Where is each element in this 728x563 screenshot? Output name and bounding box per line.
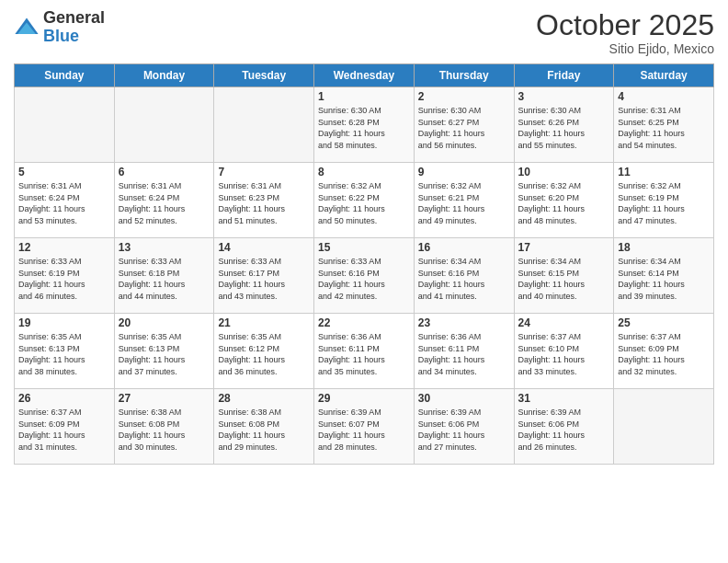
day-number: 7 — [218, 166, 310, 178]
col-thursday: Thursday — [414, 64, 514, 87]
day-info: Sunrise: 6:31 AM Sunset: 6:24 PM Dayligh… — [18, 180, 110, 226]
table-row: 19Sunrise: 6:35 AM Sunset: 6:13 PM Dayli… — [15, 314, 115, 389]
table-row: 3Sunrise: 6:30 AM Sunset: 6:26 PM Daylig… — [514, 87, 614, 163]
day-number: 3 — [518, 90, 610, 103]
day-info: Sunrise: 6:37 AM Sunset: 6:10 PM Dayligh… — [518, 331, 610, 377]
calendar-header-row: Sunday Monday Tuesday Wednesday Thursday… — [15, 64, 714, 87]
table-row: 26Sunrise: 6:37 AM Sunset: 6:09 PM Dayli… — [15, 389, 115, 465]
calendar-week-row: 12Sunrise: 6:33 AM Sunset: 6:19 PM Dayli… — [15, 238, 714, 314]
day-info: Sunrise: 6:33 AM Sunset: 6:16 PM Dayligh… — [318, 256, 410, 302]
day-info: Sunrise: 6:34 AM Sunset: 6:14 PM Dayligh… — [618, 256, 710, 302]
day-info: Sunrise: 6:36 AM Sunset: 6:11 PM Dayligh… — [418, 331, 510, 377]
day-number: 6 — [119, 166, 210, 178]
day-number: 2 — [418, 90, 510, 103]
day-number: 30 — [418, 392, 510, 405]
day-number: 27 — [119, 392, 210, 405]
day-number: 22 — [318, 316, 410, 329]
table-row: 17Sunrise: 6:34 AM Sunset: 6:15 PM Dayli… — [514, 238, 614, 314]
month-title: October 2025 — [536, 9, 714, 41]
col-tuesday: Tuesday — [214, 64, 314, 87]
logo-icon — [14, 15, 40, 40]
day-info: Sunrise: 6:30 AM Sunset: 6:27 PM Dayligh… — [418, 105, 510, 151]
table-row: 7Sunrise: 6:31 AM Sunset: 6:23 PM Daylig… — [214, 163, 314, 238]
day-number: 23 — [418, 316, 510, 329]
table-row: 28Sunrise: 6:38 AM Sunset: 6:08 PM Dayli… — [214, 389, 314, 465]
calendar-table: Sunday Monday Tuesday Wednesday Thursday… — [14, 63, 714, 465]
table-row: 8Sunrise: 6:32 AM Sunset: 6:22 PM Daylig… — [314, 163, 415, 238]
table-row: 30Sunrise: 6:39 AM Sunset: 6:06 PM Dayli… — [414, 389, 514, 465]
table-row — [614, 389, 714, 465]
calendar-week-row: 19Sunrise: 6:35 AM Sunset: 6:13 PM Dayli… — [15, 314, 714, 389]
day-number: 1 — [318, 90, 410, 103]
table-row: 27Sunrise: 6:38 AM Sunset: 6:08 PM Dayli… — [114, 389, 214, 465]
day-number: 24 — [518, 316, 610, 329]
day-info: Sunrise: 6:35 AM Sunset: 6:13 PM Dayligh… — [18, 331, 110, 377]
day-info: Sunrise: 6:33 AM Sunset: 6:17 PM Dayligh… — [218, 256, 310, 302]
col-wednesday: Wednesday — [314, 64, 415, 87]
day-info: Sunrise: 6:34 AM Sunset: 6:15 PM Dayligh… — [518, 256, 610, 302]
table-row: 14Sunrise: 6:33 AM Sunset: 6:17 PM Dayli… — [214, 238, 314, 314]
location-subtitle: Sitio Ejido, Mexico — [536, 41, 714, 56]
day-number: 20 — [119, 316, 210, 329]
col-sunday: Sunday — [15, 64, 115, 87]
table-row: 15Sunrise: 6:33 AM Sunset: 6:16 PM Dayli… — [314, 238, 415, 314]
table-row: 29Sunrise: 6:39 AM Sunset: 6:07 PM Dayli… — [314, 389, 415, 465]
calendar-week-row: 1Sunrise: 6:30 AM Sunset: 6:28 PM Daylig… — [15, 87, 714, 163]
table-row: 25Sunrise: 6:37 AM Sunset: 6:09 PM Dayli… — [614, 314, 714, 389]
day-info: Sunrise: 6:33 AM Sunset: 6:19 PM Dayligh… — [18, 256, 110, 302]
day-info: Sunrise: 6:39 AM Sunset: 6:06 PM Dayligh… — [418, 407, 510, 453]
day-info: Sunrise: 6:37 AM Sunset: 6:09 PM Dayligh… — [618, 331, 710, 377]
table-row: 5Sunrise: 6:31 AM Sunset: 6:24 PM Daylig… — [15, 163, 115, 238]
day-info: Sunrise: 6:34 AM Sunset: 6:16 PM Dayligh… — [418, 256, 510, 302]
table-row — [15, 87, 115, 163]
table-row: 21Sunrise: 6:35 AM Sunset: 6:12 PM Dayli… — [214, 314, 314, 389]
col-saturday: Saturday — [614, 64, 714, 87]
day-info: Sunrise: 6:32 AM Sunset: 6:22 PM Dayligh… — [318, 180, 410, 226]
day-info: Sunrise: 6:35 AM Sunset: 6:13 PM Dayligh… — [119, 331, 210, 377]
day-info: Sunrise: 6:31 AM Sunset: 6:25 PM Dayligh… — [618, 105, 710, 151]
day-info: Sunrise: 6:30 AM Sunset: 6:26 PM Dayligh… — [518, 105, 610, 151]
logo-blue-text: Blue — [43, 28, 105, 46]
day-number: 31 — [518, 392, 610, 405]
table-row: 9Sunrise: 6:32 AM Sunset: 6:21 PM Daylig… — [414, 163, 514, 238]
calendar-week-row: 5Sunrise: 6:31 AM Sunset: 6:24 PM Daylig… — [15, 163, 714, 238]
title-block: October 2025 Sitio Ejido, Mexico — [536, 9, 714, 56]
day-number: 10 — [518, 166, 610, 178]
day-info: Sunrise: 6:30 AM Sunset: 6:28 PM Dayligh… — [318, 105, 410, 151]
table-row — [114, 87, 214, 163]
table-row: 31Sunrise: 6:39 AM Sunset: 6:06 PM Dayli… — [514, 389, 614, 465]
day-info: Sunrise: 6:36 AM Sunset: 6:11 PM Dayligh… — [318, 331, 410, 377]
col-monday: Monday — [114, 64, 214, 87]
day-number: 9 — [418, 166, 510, 178]
table-row: 12Sunrise: 6:33 AM Sunset: 6:19 PM Dayli… — [15, 238, 115, 314]
day-number: 5 — [18, 166, 110, 178]
day-number: 18 — [618, 241, 710, 254]
day-number: 13 — [119, 241, 210, 254]
table-row: 16Sunrise: 6:34 AM Sunset: 6:16 PM Dayli… — [414, 238, 514, 314]
day-number: 4 — [618, 90, 710, 103]
table-row: 13Sunrise: 6:33 AM Sunset: 6:18 PM Dayli… — [114, 238, 214, 314]
day-number: 12 — [18, 241, 110, 254]
table-row: 22Sunrise: 6:36 AM Sunset: 6:11 PM Dayli… — [314, 314, 415, 389]
table-row: 4Sunrise: 6:31 AM Sunset: 6:25 PM Daylig… — [614, 87, 714, 163]
table-row: 23Sunrise: 6:36 AM Sunset: 6:11 PM Dayli… — [414, 314, 514, 389]
table-row: 24Sunrise: 6:37 AM Sunset: 6:10 PM Dayli… — [514, 314, 614, 389]
logo-text: General Blue — [43, 9, 105, 46]
day-number: 29 — [318, 392, 410, 405]
day-info: Sunrise: 6:37 AM Sunset: 6:09 PM Dayligh… — [18, 407, 110, 453]
logo: General Blue — [14, 9, 105, 46]
day-info: Sunrise: 6:33 AM Sunset: 6:18 PM Dayligh… — [119, 256, 210, 302]
day-info: Sunrise: 6:31 AM Sunset: 6:24 PM Dayligh… — [119, 180, 210, 226]
day-info: Sunrise: 6:39 AM Sunset: 6:06 PM Dayligh… — [518, 407, 610, 453]
day-info: Sunrise: 6:32 AM Sunset: 6:20 PM Dayligh… — [518, 180, 610, 226]
day-info: Sunrise: 6:31 AM Sunset: 6:23 PM Dayligh… — [218, 180, 310, 226]
table-row: 1Sunrise: 6:30 AM Sunset: 6:28 PM Daylig… — [314, 87, 415, 163]
day-info: Sunrise: 6:39 AM Sunset: 6:07 PM Dayligh… — [318, 407, 410, 453]
table-row — [214, 87, 314, 163]
day-number: 25 — [618, 316, 710, 329]
calendar-body: 1Sunrise: 6:30 AM Sunset: 6:28 PM Daylig… — [15, 87, 714, 465]
day-number: 14 — [218, 241, 310, 254]
col-friday: Friday — [514, 64, 614, 87]
table-row: 10Sunrise: 6:32 AM Sunset: 6:20 PM Dayli… — [514, 163, 614, 238]
day-info: Sunrise: 6:38 AM Sunset: 6:08 PM Dayligh… — [218, 407, 310, 453]
